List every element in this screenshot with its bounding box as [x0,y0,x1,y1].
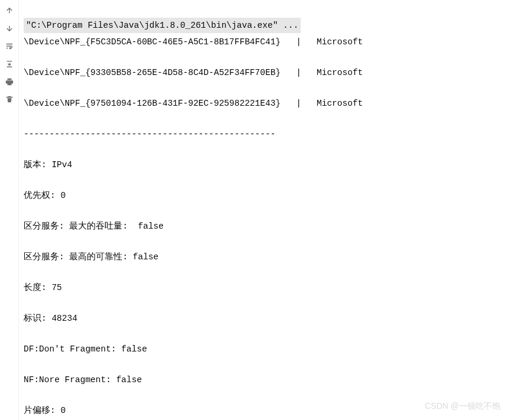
command-line: "C:\Program Files\Java\jdk1.8.0_261\bin\… [24,18,301,33]
console-gutter [0,0,19,420]
packet-field: NF:Nore Fragment: false [24,372,511,388]
packet-field: 区分服务: 最大的吞吐量: false [24,219,511,234]
arrow-up-icon[interactable] [5,6,14,15]
console-output[interactable]: "C:\Program Files\Java\jdk1.8.0_261\bin\… [19,0,511,420]
wrap-text-icon[interactable] [5,41,14,51]
packet-field: 标识: 48234 [24,311,511,326]
watermark: CSDN @一顿吃不饱 [425,401,500,412]
device-line: \Device\NPF_{93305B58-265E-4D58-8C4D-A52… [24,65,511,80]
separator-line: ----------------------------------------… [24,126,511,142]
device-line: \Device\NPF_{F5C3D5CA-60BC-46E5-A5C1-8B1… [24,34,511,50]
print-icon[interactable] [5,77,14,86]
packet-field: 长度: 75 [24,280,511,295]
packet-field: 区分服务: 最高的可靠性: false [24,249,511,265]
packet-field: DF:Don't Fragment: false [24,341,511,357]
packet-field: 版本: IPv4 [24,157,511,172]
packet-field: 优先权: 0 [24,188,511,203]
trash-icon[interactable] [5,95,14,104]
scroll-to-end-icon[interactable] [5,59,14,69]
device-line: \Device\NPF_{97501094-126B-431F-92EC-925… [24,96,511,111]
arrow-down-icon[interactable] [5,24,14,33]
